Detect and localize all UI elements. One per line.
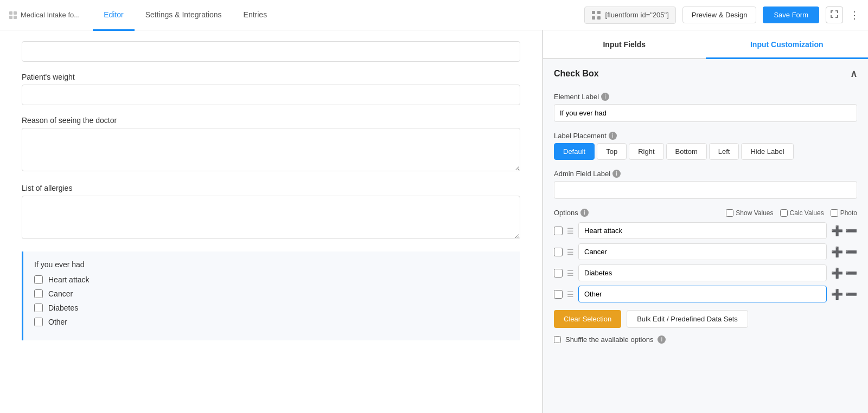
drag-handle-2[interactable]: ☰	[567, 269, 574, 278]
option-remove-1[interactable]: ➖	[845, 246, 857, 258]
checkbox-other[interactable]	[34, 318, 43, 326]
element-label-info-icon[interactable]: i	[601, 93, 609, 101]
preview-design-button[interactable]: Preview & Design	[682, 7, 757, 23]
checkbox-diabetes-label: Diabetes	[48, 304, 78, 312]
options-toggles: Show Values Calc Values Photo	[726, 209, 857, 217]
drag-handle-3[interactable]: ☰	[567, 290, 574, 299]
more-options-button[interactable]: ⋮	[850, 9, 859, 21]
option-input-2[interactable]	[578, 264, 827, 281]
shuffle-info-icon[interactable]: i	[658, 335, 666, 344]
option-input-0[interactable]	[578, 222, 827, 239]
svg-rect-4	[592, 11, 595, 14]
show-values-toggle[interactable]: Show Values	[726, 209, 773, 217]
label-placement-info-icon[interactable]: i	[609, 132, 617, 140]
placement-right[interactable]: Right	[629, 143, 663, 160]
svg-rect-7	[597, 16, 601, 20]
section-title: Check Box	[554, 69, 599, 79]
option-btns-0: ➕ ➖	[831, 225, 857, 237]
checkbox-group-section: If you ever had Heart attack Cancer Diab…	[22, 251, 520, 340]
shortcode-display[interactable]: [fluentform id="205"]	[584, 7, 676, 24]
reason-textarea[interactable]	[22, 128, 520, 171]
checkbox-heart-label: Heart attack	[48, 275, 89, 284]
checkbox-other-label: Other	[48, 318, 67, 326]
option-add-0[interactable]: ➕	[831, 225, 843, 237]
label-placement-heading: Label Placement i	[554, 132, 857, 140]
tab-input-fields[interactable]: Input Fields	[543, 31, 706, 59]
svg-rect-1	[14, 11, 17, 15]
options-info-icon[interactable]: i	[580, 209, 589, 217]
save-form-button[interactable]: Save Form	[763, 7, 819, 23]
shuffle-row: Shuffle the available options i	[554, 335, 857, 344]
options-header: Options i Show Values Calc Values	[554, 209, 857, 217]
option-add-3[interactable]: ➕	[831, 288, 843, 300]
svg-rect-2	[9, 16, 12, 19]
placement-bottom[interactable]: Bottom	[666, 143, 707, 160]
checkbox-diabetes[interactable]	[34, 304, 43, 312]
option-remove-3[interactable]: ➖	[845, 288, 857, 300]
tab-input-customization[interactable]: Input Customization	[706, 31, 869, 59]
shuffle-label: Shuffle the available options	[565, 335, 653, 344]
option-remove-0[interactable]: ➖	[845, 225, 857, 237]
weight-label: Patient's weight	[22, 73, 520, 81]
clear-selection-button[interactable]: Clear Selection	[554, 310, 621, 328]
element-label-input[interactable]	[554, 104, 857, 122]
checkbox-cancer-label: Cancer	[48, 289, 73, 298]
placement-buttons: Default Top Right Bottom Left Hide Label	[554, 143, 857, 160]
checkbox-group-label: If you ever had	[34, 260, 509, 269]
option-btns-3: ➕ ➖	[831, 288, 857, 300]
calc-values-toggle[interactable]: Calc Values	[780, 209, 824, 217]
calc-values-checkbox[interactable]	[780, 209, 788, 217]
option-btns-1: ➕ ➖	[831, 246, 857, 258]
photo-checkbox[interactable]	[831, 209, 838, 217]
right-panel: Input Fields Input Customization Check B…	[542, 30, 868, 413]
placement-top[interactable]: Top	[597, 143, 627, 160]
tab-editor[interactable]: Editor	[93, 1, 135, 31]
checkbox-heart[interactable]	[34, 275, 43, 284]
photo-toggle[interactable]: Photo	[831, 209, 857, 217]
drag-handle-1[interactable]: ☰	[567, 248, 574, 256]
collapse-icon[interactable]: ∧	[850, 68, 857, 80]
app-logo: Medical Intake fo...	[9, 11, 80, 20]
element-label-group: Element Label i	[554, 93, 857, 122]
admin-field-label-heading: Admin Field Label i	[554, 170, 857, 178]
option-row-0: ☰ ➕ ➖	[554, 222, 857, 239]
bulk-edit-button[interactable]: Bulk Edit / Predefined Data Sets	[627, 310, 748, 328]
option-add-1[interactable]: ➕	[831, 246, 843, 258]
option-remove-2[interactable]: ➖	[845, 267, 857, 279]
svg-rect-5	[597, 11, 601, 14]
placement-hide-label[interactable]: Hide Label	[741, 143, 793, 160]
option-add-2[interactable]: ➕	[831, 267, 843, 279]
admin-field-label-input[interactable]	[554, 181, 857, 199]
show-values-checkbox[interactable]	[726, 209, 733, 217]
placement-left[interactable]: Left	[709, 143, 739, 160]
form-field-top	[22, 41, 520, 62]
expand-button[interactable]	[826, 7, 843, 23]
tab-entries[interactable]: Entries	[233, 1, 278, 31]
option-check-3[interactable]	[554, 290, 563, 299]
placement-default[interactable]: Default	[554, 143, 595, 160]
option-check-1[interactable]	[554, 248, 563, 256]
option-check-2[interactable]	[554, 269, 563, 278]
option-input-1[interactable]	[578, 243, 827, 260]
option-input-3[interactable]	[578, 286, 827, 302]
checkbox-cancer[interactable]	[34, 289, 43, 298]
admin-field-label-group: Admin Field Label i	[554, 170, 857, 199]
option-btns-2: ➕ ➖	[831, 267, 857, 279]
tab-settings[interactable]: Settings & Integrations	[135, 1, 233, 31]
allergies-textarea[interactable]	[22, 196, 520, 239]
section-header: Check Box ∧	[554, 68, 857, 84]
allergies-label: List of allergies	[22, 184, 520, 192]
checkbox-item-heart: Heart attack	[34, 275, 509, 284]
admin-field-label-info-icon[interactable]: i	[612, 170, 621, 178]
svg-rect-3	[14, 16, 17, 19]
main-layout: Patient's weight Reason of seeing the do…	[0, 30, 868, 413]
top-input[interactable]	[22, 41, 520, 62]
option-check-0[interactable]	[554, 227, 563, 235]
option-row-3: ☰ ➕ ➖	[554, 286, 857, 302]
drag-handle-0[interactable]: ☰	[567, 227, 574, 235]
shuffle-checkbox[interactable]	[554, 336, 561, 343]
option-row-2: ☰ ➕ ➖	[554, 264, 857, 281]
svg-rect-0	[9, 11, 12, 15]
form-field-weight: Patient's weight	[22, 73, 520, 105]
weight-input[interactable]	[22, 85, 520, 105]
